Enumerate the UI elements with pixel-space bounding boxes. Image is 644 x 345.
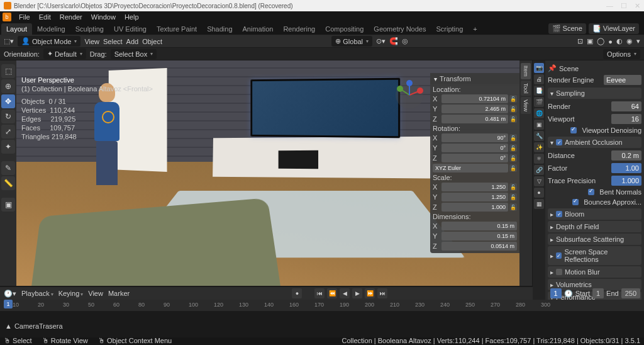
loc-y[interactable]: 2.465 m <box>441 105 508 113</box>
lock-scl-y-icon[interactable]: 🔓 <box>509 193 517 201</box>
scene-pin-icon[interactable]: 📌 <box>548 64 557 72</box>
tool-transform[interactable]: ✦ <box>1 140 15 154</box>
shading-solid-icon[interactable]: ● <box>608 38 613 45</box>
prop-tab-constraint[interactable]: 🔗 <box>534 165 544 175</box>
maximize-button[interactable]: ☐ <box>621 2 627 10</box>
ao-distance[interactable]: 0.2 m <box>611 150 641 161</box>
dim-z[interactable]: 0.0514 m <box>441 242 517 251</box>
prop-tab-material[interactable]: ● <box>534 188 544 198</box>
rot-x[interactable]: 90° <box>441 133 508 142</box>
menu-edit[interactable]: Edit <box>35 12 55 22</box>
tool-annotate[interactable]: ✎ <box>1 161 15 175</box>
menu-object[interactable]: Object <box>142 38 162 45</box>
prop-tab-physics[interactable]: ⚛ <box>534 154 544 164</box>
tool-select-box[interactable]: ⬚ <box>1 64 15 78</box>
tab-item[interactable]: Item <box>521 63 531 79</box>
tool-rotate[interactable]: ↻ <box>1 110 15 123</box>
bloom-toggle[interactable]: ✓ <box>556 211 562 217</box>
viewport-3d[interactable]: User Perspective (1) Collection | Boolea… <box>16 60 519 286</box>
tab-rendering[interactable]: Rendering <box>278 23 320 35</box>
preview-range-icon[interactable]: 🕐 <box>564 290 573 298</box>
panel-motion[interactable]: ▸ Motion Blur <box>548 266 641 278</box>
panel-bloom[interactable]: ▸ ✓ Bloom <box>548 208 641 220</box>
engine-select[interactable]: Eevee <box>604 75 641 85</box>
panel-dof[interactable]: ▸ Depth of Field <box>548 221 641 232</box>
menu-file[interactable]: File <box>15 12 34 22</box>
drag-select[interactable]: Select Box <box>111 49 157 59</box>
overlay-toggle-icon[interactable]: ⊡ <box>577 37 583 45</box>
lock-rot-y-icon[interactable]: 🔓 <box>509 144 517 152</box>
play-icon[interactable]: ▶ <box>352 288 362 298</box>
start-frame[interactable]: 1 <box>592 288 604 298</box>
keying-menu[interactable]: Keying <box>58 290 84 297</box>
prop-tab-render[interactable]: 📷 <box>534 63 544 73</box>
panel-sampling[interactable]: ▾ Sampling <box>548 88 641 99</box>
tab-modeling[interactable]: Modeling <box>32 23 70 35</box>
scale-z[interactable]: 1.000 <box>441 203 508 212</box>
editor-type-icon[interactable]: ⬚▾ <box>4 37 14 45</box>
keyframe-prev-icon[interactable]: ⏪ <box>327 288 337 298</box>
xray-icon[interactable]: ▣ <box>587 37 593 45</box>
panel-ao[interactable]: ▾ ✓ Ambient Occlusion <box>548 137 641 148</box>
loc-z[interactable]: 0.481 m <box>441 115 508 123</box>
tab-compositing[interactable]: Compositing <box>320 23 369 35</box>
dim-x[interactable]: 0.15 m <box>441 222 517 230</box>
menu-render[interactable]: Render <box>56 12 86 22</box>
tool-measure[interactable]: 📏 <box>1 176 15 190</box>
lock-rot-x-icon[interactable]: 🔓 <box>509 134 517 142</box>
lock-loc-y-icon[interactable]: 🔓 <box>509 105 517 113</box>
tab-uv-editing[interactable]: UV Editing <box>109 23 152 35</box>
transform-panel-header[interactable]: ▾ Transform <box>430 73 519 84</box>
jump-start-icon[interactable]: ⏮ <box>314 288 325 298</box>
panel-ssr[interactable]: ▸ ✓ Screen Space Reflections <box>548 246 641 265</box>
tab-shading[interactable]: Shading <box>202 23 237 35</box>
tab-sculpting[interactable]: Sculpting <box>70 23 109 35</box>
menu-view[interactable]: View <box>84 38 99 45</box>
lock-rot-z-icon[interactable]: 🔓 <box>509 154 517 162</box>
bent-normals-check[interactable] <box>588 189 594 195</box>
timeline-marker[interactable]: ▲ CameraTrasera <box>5 322 639 330</box>
playhead[interactable]: 1 <box>4 300 13 308</box>
timeline-ruler[interactable]: 1 10203050608090100120130140160170190200… <box>0 300 644 311</box>
tab-layout[interactable]: Layout <box>1 23 32 35</box>
end-frame[interactable]: 250 <box>621 288 640 298</box>
bounces-approx-check[interactable] <box>572 199 579 205</box>
tl-marker-menu[interactable]: Marker <box>108 290 130 297</box>
tab-tool[interactable]: Tool <box>521 81 531 96</box>
tool-cursor[interactable]: ⊕ <box>1 79 15 93</box>
proportional-icon[interactable]: ◎ <box>402 37 408 45</box>
viewport-denoising-check[interactable] <box>570 127 577 133</box>
lock-rotmode-icon[interactable]: 🔓 <box>509 164 517 172</box>
pivot-icon[interactable]: ⊙▾ <box>376 37 386 45</box>
sampling-render[interactable]: 64 <box>611 101 641 111</box>
tab-add-workspace[interactable]: + <box>468 23 482 35</box>
prop-tab-viewlayer[interactable]: 📑 <box>534 86 544 96</box>
prop-tab-texture[interactable]: ▦ <box>534 199 544 209</box>
tool-scale[interactable]: ⤢ <box>1 125 15 139</box>
shading-render-icon[interactable]: ◉ <box>626 37 633 45</box>
tool-move[interactable]: ✥ <box>1 94 15 108</box>
menu-help[interactable]: Help <box>121 12 143 22</box>
current-frame[interactable]: 1 <box>550 288 562 298</box>
dim-y[interactable]: 0.15 m <box>441 232 517 240</box>
loc-x[interactable]: 0.72104 m <box>441 94 508 103</box>
options-dropdown[interactable]: Options <box>603 49 640 59</box>
ao-toggle[interactable]: ✓ <box>556 139 562 145</box>
panel-sss[interactable]: ▸ Subsurface Scattering <box>548 234 641 245</box>
scene-selector[interactable]: 🎬 Scene <box>548 23 586 34</box>
playback-menu[interactable]: Playback <box>21 290 53 297</box>
blender-logo-icon[interactable]: b <box>3 13 11 21</box>
close-button[interactable]: ✕ <box>635 2 640 10</box>
jump-end-icon[interactable]: ⏭ <box>377 288 387 298</box>
prop-tab-scene[interactable]: 🎬 <box>534 97 544 107</box>
prop-tab-particle[interactable]: ✨ <box>534 142 544 152</box>
lock-scl-z-icon[interactable]: 🔓 <box>509 203 517 211</box>
shading-wireframe-icon[interactable]: ◯ <box>597 37 604 45</box>
minimize-button[interactable]: — <box>606 2 613 10</box>
menu-add[interactable]: Add <box>126 38 139 45</box>
ao-factor[interactable]: 1.00 <box>611 163 641 173</box>
transform-orientation[interactable]: ⊕ Global <box>331 36 372 47</box>
menu-select[interactable]: Select <box>103 38 123 45</box>
motion-toggle[interactable] <box>556 269 562 275</box>
rot-z[interactable]: 0° <box>441 154 508 162</box>
